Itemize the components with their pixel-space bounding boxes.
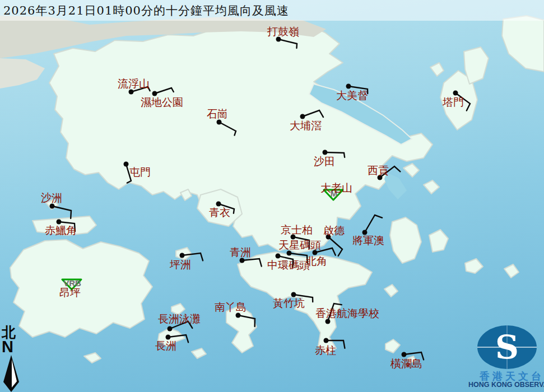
station-marker: 打鼓嶺 (267, 25, 299, 48)
station-marker: 香港航海學校 (315, 304, 379, 324)
wind-barb-icon (238, 315, 255, 326)
svg-text:S: S (495, 328, 519, 366)
station-label: 將軍澳 (352, 234, 384, 246)
north-arrow-icon (2, 354, 21, 392)
station-label: 大老山 (320, 181, 352, 194)
station-marker: 赤柱 (315, 338, 345, 357)
station-label: 西貢 (368, 164, 389, 176)
station-marker: 西貢 (368, 164, 400, 180)
wind-barb-icon (155, 88, 174, 94)
station-marker: 沙洲 (41, 192, 71, 218)
station-marker: 南丫島 (215, 301, 255, 326)
station-label: 京士柏 (281, 223, 313, 236)
station-marker: 青衣 (209, 202, 234, 219)
station-marker: 石崗 (207, 108, 236, 136)
station-label: 長洲泳灘 (158, 312, 201, 325)
wind-barb-icon (219, 122, 236, 136)
station-label: 大美督 (336, 89, 368, 101)
station-label: 濕地公園 (141, 96, 183, 108)
station-label: 流浮山 (118, 77, 150, 90)
station-label: 北角 (306, 255, 327, 267)
wind-barb-icon (365, 215, 382, 232)
wind-barb-icon (242, 259, 262, 266)
special-marker: VRB昂坪 (59, 278, 81, 298)
station-marker: 青洲 (230, 246, 262, 266)
station-marker: 沙田 (314, 150, 345, 168)
station-label: 香港航海學校 (315, 307, 379, 319)
station-label: 沙洲 (41, 192, 62, 204)
station-label: 石崗 (207, 108, 228, 120)
station-label: 打鼓嶺 (267, 25, 299, 38)
wind-map: 2026年3月21日01時00分的十分鐘平均風向及風速 打鼓嶺流浮山濕地公園石崗… (0, 0, 544, 392)
station-marker: 北角 (306, 248, 336, 267)
station-marker: 長洲泳灘 (158, 312, 201, 332)
station-marker: 塔門 (442, 91, 470, 111)
station-label: 青衣 (209, 206, 230, 218)
north-compass: 北 N (2, 325, 24, 392)
wind-barb-icon (278, 39, 297, 48)
station-label: 赤鱲角 (45, 224, 77, 236)
station-marker: 將軍澳 (352, 215, 384, 246)
station-marker: 大美督 (336, 84, 368, 102)
station-label: 昂坪 (59, 286, 81, 298)
station-label: 長洲 (155, 339, 176, 352)
station-marker: 屯門 (124, 162, 151, 183)
stations-layer: 打鼓嶺流浮山濕地公園石崗大美督塔門大埔滘沙田西貢屯門沙洲赤鱲角青衣坪洲青洲京士柏… (0, 0, 544, 392)
station-marker: 濕地公園 (141, 88, 183, 108)
wind-barb-icon (52, 206, 71, 218)
station-marker: 中環碼頭 (267, 254, 310, 272)
station-label: 沙田 (314, 155, 335, 167)
special-marker: M大老山 (320, 181, 352, 200)
station-label: 塔門 (442, 96, 464, 108)
wind-barb-icon (303, 110, 323, 117)
hko-logo: S 香港天文台 HONG KONG OBSERVATORY (468, 324, 544, 392)
station-label: 屯門 (129, 166, 151, 178)
station-label: 大埔滘 (290, 119, 322, 132)
hko-logo-name-en: HONG KONG OBSERVATORY (468, 381, 544, 389)
station-label: 青洲 (230, 246, 251, 258)
station-label: 啟德 (323, 224, 345, 236)
station-label: 中環碼頭 (267, 259, 310, 271)
compass-north-letter: N (2, 339, 24, 354)
station-marker: 赤鱲角 (45, 220, 77, 237)
station-marker: 流浮山 (118, 77, 150, 95)
station-label: 橫瀾島 (390, 357, 422, 370)
station-marker: 橫瀾島 (390, 352, 424, 370)
station-label: 坪洲 (169, 258, 191, 270)
station-label: 南丫島 (215, 301, 247, 313)
station-marker: 坪洲 (169, 253, 203, 271)
station-label: 赤柱 (315, 344, 336, 356)
wind-barb-icon (328, 237, 342, 256)
station-marker: 黃竹坑 (273, 292, 313, 310)
station-marker: 大埔滘 (290, 110, 323, 132)
hko-logo-icon: S (468, 324, 544, 371)
station-label: 天星碼頭 (278, 239, 321, 251)
station-marker: 長洲 (155, 335, 188, 352)
station-label: 黃竹坑 (273, 297, 305, 309)
